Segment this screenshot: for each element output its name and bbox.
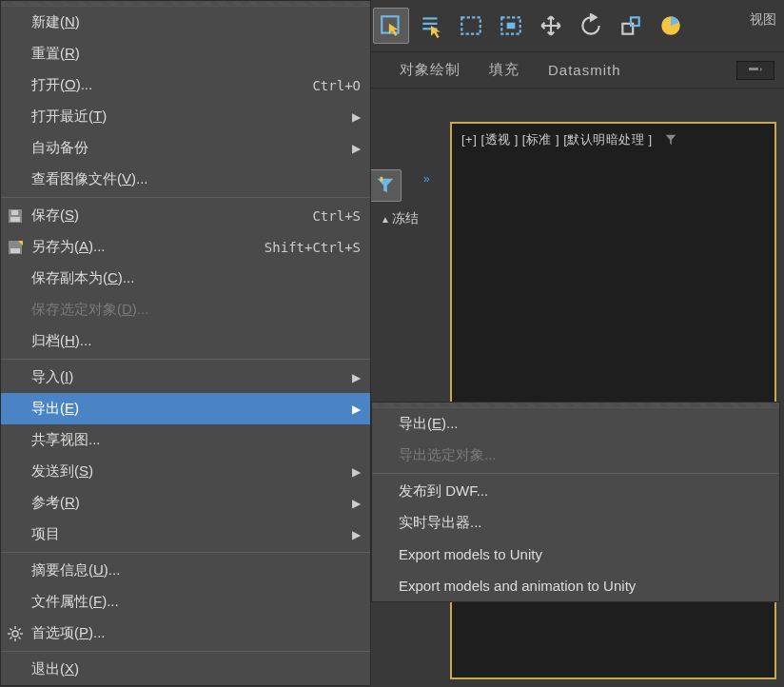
submenu-item-label: 导出选定对象...	[399, 446, 770, 464]
submenu-arrow-icon: ▶	[352, 528, 361, 541]
submenu-arrow-icon: ▶	[352, 371, 361, 384]
menu-item-label: 保存(S)	[31, 206, 312, 225]
submenu-item-label: Export models and animation to Unity	[399, 578, 770, 594]
selection-cursor-tool[interactable]	[373, 8, 409, 44]
file-menu: 新建(N)重置(R)打开(O)...Ctrl+O打开最近(T)▶自动备份▶查看图…	[0, 0, 371, 686]
submenu-arrow-icon: ▶	[352, 110, 361, 124]
menu-item[interactable]: 查看图像文件(V)...	[1, 164, 370, 195]
menu-item[interactable]: 导入(I)▶	[1, 362, 370, 393]
submenu-arrow-icon: ▶	[352, 465, 361, 479]
menu-item-label: 退出(X)	[31, 660, 361, 678]
panel-expand-icon[interactable]: »	[423, 172, 430, 186]
svg-rect-16	[10, 248, 20, 253]
move-tool[interactable]	[533, 8, 569, 44]
menu-item: 保存选定对象(D)...	[1, 294, 370, 325]
submenu-item-label: 发布到 DWF...	[399, 482, 770, 501]
menu-item[interactable]: 共享视图...	[1, 424, 370, 456]
menu-item[interactable]: 重置(R)	[1, 38, 370, 69]
menu-item[interactable]: 打开最近(T)▶	[1, 101, 370, 132]
menu-item-label: 导入(I)	[31, 368, 352, 386]
menu-item[interactable]: 保存(S)Ctrl+S	[1, 200, 370, 231]
subtoolbar-dropdown[interactable]	[736, 61, 774, 80]
toolbar-icons-row	[373, 8, 689, 44]
submenu-item[interactable]: 发布到 DWF...	[372, 476, 779, 507]
menu-item-label: 共享视图...	[31, 431, 361, 449]
menu-item[interactable]: 自动备份▶	[1, 132, 370, 164]
menu-item-label: 重置(R)	[31, 45, 361, 63]
menu-item-label: 查看图像文件(V)...	[31, 170, 361, 188]
menu-item-label: 保存副本为(C)...	[31, 269, 361, 287]
menu-item[interactable]: 归档(H)...	[1, 325, 370, 357]
menu-item[interactable]: 文件属性(F)...	[1, 586, 370, 618]
svg-rect-11	[381, 177, 383, 182]
menu-item[interactable]: 退出(X)	[1, 654, 370, 685]
menu-separator	[1, 197, 370, 198]
svg-rect-6	[507, 23, 516, 29]
menu-item-label: 摘要信息(U)...	[31, 561, 361, 579]
viewport-header[interactable]: [+] [透视 ] [标准 ] [默认明暗处理 ]	[461, 131, 677, 148]
menu-item-shortcut: Ctrl+O	[312, 78, 361, 93]
submenu-item[interactable]: 实时导出器...	[372, 507, 779, 539]
svg-rect-10	[749, 68, 758, 70]
submenu-arrow-icon: ▶	[352, 497, 361, 510]
submenu-item-label: Export models to Unity	[399, 546, 770, 562]
submenu-item[interactable]: Export models to Unity	[372, 539, 779, 570]
rotate-tool[interactable]	[573, 8, 609, 44]
submenu-separator	[372, 473, 779, 474]
subtoolbar-datasmith[interactable]: Datasmith	[548, 62, 621, 78]
subtoolbar-fill[interactable]: 填充	[489, 61, 519, 79]
menu-item[interactable]: 参考(R)▶	[1, 487, 370, 519]
menu-item-label: 新建(N)	[31, 13, 361, 31]
submenu-arrow-icon: ▶	[352, 402, 361, 416]
menu-separator	[1, 651, 370, 652]
menu-item[interactable]: 新建(N)	[1, 7, 370, 38]
svg-rect-4	[461, 17, 480, 33]
menu-item-label: 发送到(S)	[31, 462, 352, 481]
menu-item[interactable]: 首选项(P)...	[1, 618, 370, 649]
menu-item[interactable]: 另存为(A)...Shift+Ctrl+S	[1, 231, 370, 263]
menu-item-shortcut: Ctrl+S	[312, 208, 361, 224]
menu-item-label: 自动备份	[31, 139, 352, 157]
menu-item[interactable]: 项目▶	[1, 519, 370, 550]
funnel-tool-icon[interactable]	[369, 169, 402, 202]
menu-separator	[1, 359, 370, 360]
submenu-item-label: 实时导出器...	[399, 514, 770, 532]
submenu-item-label: 导出(E)...	[399, 415, 770, 433]
view-label[interactable]: 视图	[750, 11, 776, 29]
menu-item-label: 归档(H)...	[31, 332, 361, 350]
marquee-filled-tool[interactable]	[493, 8, 529, 44]
svg-rect-14	[11, 210, 18, 215]
menu-item-label: 另存为(A)...	[31, 238, 265, 256]
submenu-item[interactable]: Export models and animation to Unity	[372, 570, 779, 601]
subtoolbar-object-paint[interactable]: 对象绘制	[400, 61, 461, 79]
menu-item[interactable]: 打开(O)...Ctrl+O	[1, 69, 370, 101]
export-submenu: 导出(E)...导出选定对象...发布到 DWF...实时导出器...Expor…	[371, 402, 780, 602]
freeze-label[interactable]: ▲冻结	[381, 210, 419, 227]
submenu-item[interactable]: 导出(E)...	[372, 408, 779, 440]
submenu-item: 导出选定对象...	[372, 440, 779, 471]
scale-tool[interactable]	[613, 8, 649, 44]
menu-item-label: 首选项(P)...	[31, 624, 361, 642]
menu-item-label: 项目	[31, 525, 352, 543]
menu-item-shortcut: Shift+Ctrl+S	[265, 240, 361, 255]
submenu-arrow-icon: ▶	[352, 142, 361, 155]
svg-point-17	[12, 631, 18, 637]
menu-item-label: 参考(R)	[31, 494, 352, 512]
filter-icon[interactable]	[664, 133, 677, 147]
pie-tool[interactable]	[653, 8, 689, 44]
menu-item-label: 导出(E)	[31, 400, 352, 418]
menu-item[interactable]: 保存副本为(C)...	[1, 263, 370, 294]
menu-item-label: 文件属性(F)...	[31, 593, 361, 611]
menu-item-label: 保存选定对象(D)...	[31, 301, 361, 319]
menu-item-label: 打开最近(T)	[31, 108, 352, 126]
menu-item[interactable]: 发送到(S)▶	[1, 456, 370, 487]
menu-separator	[1, 552, 370, 553]
menu-item[interactable]: 导出(E)▶	[1, 393, 370, 424]
menu-item-label: 打开(O)...	[31, 76, 312, 94]
svg-rect-13	[10, 217, 20, 222]
marquee-rect-tool[interactable]	[453, 8, 489, 44]
menu-item[interactable]: 摘要信息(U)...	[1, 555, 370, 586]
list-cursor-tool[interactable]	[413, 8, 449, 44]
